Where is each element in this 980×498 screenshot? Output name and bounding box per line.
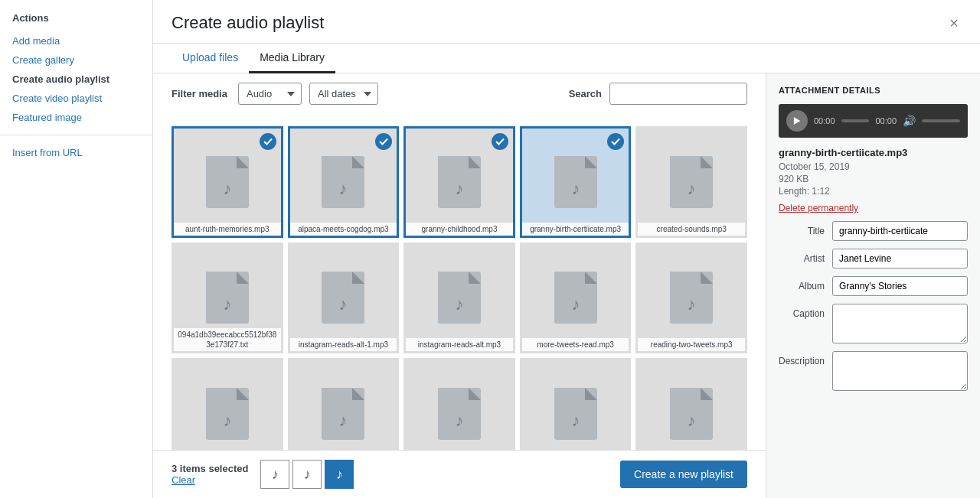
svg-rect-46 bbox=[322, 388, 352, 400]
audio-icon-button-1[interactable]: ♪ bbox=[260, 460, 289, 489]
attachment-details-panel: ATTACHMENT DETAILS 00:00 00:00 🔊 bbox=[766, 73, 980, 498]
file-icon: ♪ bbox=[551, 245, 600, 352]
title-field-row: Title bbox=[779, 221, 968, 241]
media-item[interactable]: ♪ 3-wows.mp3 bbox=[172, 358, 283, 450]
check-badge bbox=[375, 133, 392, 150]
media-item[interactable]: ♪ 094a1db39eecabcc5512bf383e173f27.txt bbox=[172, 242, 283, 354]
modal-tabs: Upload files Media Library bbox=[153, 44, 980, 73]
file-name: alpaca-meets-cogdog.mp3 bbox=[290, 223, 397, 236]
search-label: Search bbox=[569, 88, 602, 99]
sidebar-item-insert-from-url[interactable]: Insert from URL bbox=[0, 143, 152, 162]
media-item[interactable]: ♪ alpaca-meets-cogdog.mp3 bbox=[288, 126, 400, 238]
modal: Create audio playlist × Upload files Med… bbox=[153, 0, 980, 498]
sidebar-item-create-audio-playlist[interactable]: Create audio playlist bbox=[0, 70, 152, 89]
svg-text:♪: ♪ bbox=[571, 179, 580, 198]
file-name: granny-birth-certiicate.mp3 bbox=[522, 223, 629, 236]
filter-bar: Filter media Audio Images Video All date… bbox=[153, 73, 766, 114]
svg-text:♪: ♪ bbox=[339, 179, 348, 198]
media-grid: ♪ aunt-ruth-memories.mp3 bbox=[153, 114, 766, 450]
sidebar-item-create-video-playlist[interactable]: Create video playlist bbox=[0, 89, 152, 108]
media-item[interactable]: ♪ cogdog-twitter.mp3 bbox=[288, 358, 400, 450]
svg-rect-42 bbox=[206, 388, 237, 400]
media-item[interactable]: ♪ aunt-ruth-memories.mp3 bbox=[172, 126, 283, 238]
delete-permanently-link[interactable]: Delete permanently bbox=[779, 203, 858, 213]
svg-rect-30 bbox=[438, 272, 469, 284]
media-grid-items: ♪ aunt-ruth-memories.mp3 bbox=[172, 126, 747, 450]
svg-text:♪: ♪ bbox=[688, 295, 696, 314]
close-button[interactable]: × bbox=[946, 12, 962, 34]
album-input[interactable] bbox=[832, 276, 968, 296]
clear-link[interactable]: Clear bbox=[172, 474, 248, 486]
file-icon: ♪ bbox=[435, 129, 484, 236]
audio-icon-button-3[interactable]: ♪ bbox=[325, 460, 354, 489]
artist-input[interactable] bbox=[832, 249, 968, 269]
media-item[interactable]: ♪ some-guy-named.bob_.mp3 bbox=[635, 358, 747, 450]
media-item-active[interactable]: ♪ granny-birth-certiicate.mp3 bbox=[520, 126, 632, 238]
selection-info: 3 items selected Clear bbox=[172, 463, 248, 486]
svg-text:♪: ♪ bbox=[455, 179, 463, 198]
attachment-filename: granny-birth-certiicate.mp3 bbox=[779, 147, 968, 158]
filter-date-select[interactable]: All dates bbox=[309, 83, 378, 105]
modal-header: Create audio playlist × bbox=[153, 0, 980, 44]
audio-player: 00:00 00:00 🔊 bbox=[779, 104, 968, 138]
media-item[interactable]: ♪ reading-two-tweets.mp3 bbox=[635, 242, 747, 354]
modal-area: Create audio playlist × Upload files Med… bbox=[153, 0, 980, 498]
file-name: granny-childhood.mp3 bbox=[406, 223, 513, 236]
selected-count: 3 items selected bbox=[172, 463, 248, 474]
modal-title: Create audio playlist bbox=[172, 13, 324, 33]
svg-rect-6 bbox=[322, 156, 352, 168]
volume-icon: 🔊 bbox=[903, 115, 916, 127]
media-item[interactable]: ♪ granny-childhood.mp3 bbox=[403, 126, 515, 238]
file-icon: ♪ bbox=[318, 360, 368, 450]
check-badge bbox=[607, 133, 624, 150]
tab-media-library[interactable]: Media Library bbox=[249, 44, 335, 73]
album-label: Album bbox=[779, 276, 832, 291]
media-item[interactable]: ♪ created-sounds.mp3 bbox=[635, 126, 747, 238]
description-textarea[interactable] bbox=[832, 351, 968, 391]
search-input[interactable] bbox=[609, 83, 747, 105]
title-input[interactable] bbox=[832, 221, 968, 241]
description-field-row: Description bbox=[779, 351, 968, 391]
volume-bar[interactable] bbox=[922, 119, 960, 122]
sidebar-item-featured-image[interactable]: Featured image bbox=[0, 108, 152, 127]
svg-text:♪: ♪ bbox=[223, 295, 231, 314]
media-item[interactable]: ♪ more-tweets-read.mp3 bbox=[520, 242, 632, 354]
media-item[interactable]: ♪ david-reading.mp3 bbox=[520, 358, 632, 450]
caption-textarea[interactable] bbox=[832, 304, 968, 343]
play-button[interactable] bbox=[786, 110, 808, 132]
file-icon: ♪ bbox=[435, 360, 484, 450]
progress-bar[interactable] bbox=[841, 119, 870, 122]
create-new-playlist-button[interactable]: Create a new playlist bbox=[620, 461, 747, 488]
file-icon: ♪ bbox=[667, 245, 716, 352]
svg-text:♪: ♪ bbox=[339, 411, 348, 430]
svg-rect-38 bbox=[670, 272, 701, 284]
svg-text:♪: ♪ bbox=[455, 295, 463, 314]
audio-icon-button-2[interactable]: ♪ bbox=[292, 460, 322, 489]
file-name: reading-two-tweets.mp3 bbox=[638, 338, 745, 351]
file-icon: ♪ bbox=[667, 360, 716, 450]
svg-marker-60 bbox=[794, 117, 800, 125]
svg-rect-18 bbox=[670, 156, 701, 168]
svg-text:♪: ♪ bbox=[571, 295, 580, 314]
album-field-row: Album bbox=[779, 276, 968, 296]
media-item[interactable]: ♪ instagram-reads-alt.mp3 bbox=[403, 242, 515, 354]
svg-rect-50 bbox=[438, 388, 469, 400]
svg-rect-14 bbox=[554, 156, 585, 168]
svg-rect-58 bbox=[670, 388, 701, 400]
svg-text:♪: ♪ bbox=[571, 411, 580, 430]
svg-rect-54 bbox=[554, 388, 585, 400]
file-icon: ♪ bbox=[435, 245, 484, 352]
file-name: created-sounds.mp3 bbox=[638, 223, 745, 236]
sidebar-item-add-media[interactable]: Add media bbox=[0, 31, 152, 50]
media-item[interactable]: ♪ first-open-mic.mp3 bbox=[403, 358, 515, 450]
caption-label: Caption bbox=[779, 304, 832, 319]
footer-icons: ♪ ♪ ♪ bbox=[260, 460, 354, 489]
file-icon: ♪ bbox=[551, 129, 600, 236]
media-item[interactable]: ♪ instagram-reads-alt-1.mp3 bbox=[288, 242, 400, 354]
filter-type-select[interactable]: Audio Images Video bbox=[238, 83, 302, 105]
sidebar-item-create-gallery[interactable]: Create gallery bbox=[0, 50, 152, 70]
file-icon: ♪ bbox=[551, 360, 600, 450]
tab-upload[interactable]: Upload files bbox=[172, 44, 249, 73]
modal-body: Filter media Audio Images Video All date… bbox=[153, 73, 980, 498]
file-name: more-tweets-read.mp3 bbox=[522, 338, 629, 351]
